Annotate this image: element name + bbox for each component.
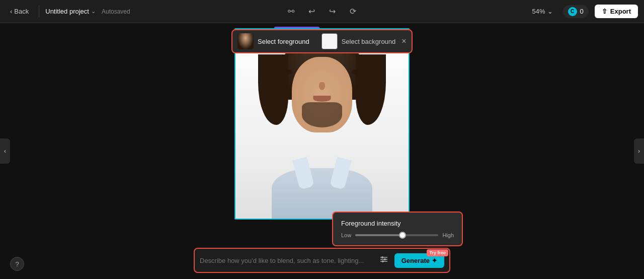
generate-label: Generate [401,257,430,264]
canvas-image[interactable] [234,28,410,220]
intensity-high-label: High [442,232,454,238]
generate-sparkle-icon: ✦ [432,257,437,264]
portrait-eye-left [283,69,292,75]
selection-bar-close-button[interactable]: × [399,36,408,47]
sliders-icon-button[interactable] [377,253,390,268]
svg-point-5 [382,260,384,262]
svg-point-3 [381,256,383,258]
left-arrow-icon: ‹ [4,148,6,155]
intensity-fill [355,234,401,236]
topbar-right: 54% ⌄ C 0 ⇧ Export [528,5,638,18]
right-arrow-icon: › [638,148,640,155]
project-name: Untitled project [45,8,89,15]
redo-button[interactable]: ↪ [326,5,339,18]
foreground-thumbnail[interactable] [237,33,254,49]
export-button[interactable]: ⇧ Export [595,5,638,18]
select-background-label[interactable]: Select background [342,38,396,45]
credits-icon: C [568,7,577,16]
portrait-beard [302,102,342,127]
zoom-chevron-icon: ⌄ [547,8,553,15]
selection-bar: Select foreground Select background × [231,29,413,53]
topbar-divider [39,6,39,18]
portrait-mouth [313,96,331,102]
autosaved-status: Autosaved [102,8,130,15]
help-icon: ? [15,260,19,268]
background-thumbnail[interactable] [321,33,338,49]
portrait-eye-right [352,69,361,75]
intensity-panel: Foreground intensity Low High [332,212,463,246]
select-foreground-label[interactable]: Select foreground [258,38,309,45]
help-button[interactable]: ? [10,257,24,271]
project-title-group: Untitled project ⌄ [45,8,96,15]
topbar: ‹ Back Untitled project ⌄ Autosaved ⚯ ↩ … [0,0,644,23]
zoom-level: 54% [532,8,545,15]
back-button[interactable]: ‹ Back [6,6,33,17]
pan-tool-button[interactable]: ⚯ [285,5,297,18]
intensity-slider[interactable] [355,234,438,236]
portrait-background [235,29,409,219]
zoom-control[interactable]: 54% ⌄ [528,6,557,17]
portrait-shirt [272,168,372,219]
foreground-thumb-image [237,33,254,49]
generate-button[interactable]: Try free Generate ✦ [394,253,444,268]
export-arrow-icon: ⇧ [602,8,607,15]
credits-badge: C 0 [563,5,589,18]
toolbar-center: ⚯ ↩ ↪ ⟳ [285,5,359,18]
intensity-row: Low High [341,232,454,238]
intensity-title: Foreground intensity [341,220,454,227]
intensity-thumb [399,232,406,239]
undo-button[interactable]: ↩ [305,5,318,18]
credits-count: 0 [580,8,584,15]
intensity-low-label: Low [341,232,351,238]
try-free-badge: Try free [427,249,448,256]
back-arrow-icon: ‹ [10,8,12,15]
portrait-hair-left [258,54,288,125]
svg-point-4 [384,258,386,260]
bottom-input-bar: Try free Generate ✦ [194,248,450,273]
project-chevron-icon[interactable]: ⌄ [91,8,96,15]
left-panel-arrow[interactable]: ‹ [0,138,10,164]
portrait-hair-right [356,54,386,125]
refresh-button[interactable]: ⟳ [347,5,359,18]
portrait-nose [319,82,325,90]
image-container [234,28,410,220]
sliders-icon [379,255,388,264]
right-panel-arrow[interactable]: › [634,138,644,164]
back-label: Back [14,8,29,15]
export-label: Export [610,8,631,15]
blend-description-input[interactable] [200,257,373,264]
canvas-area: ‹ › Select foreground Select background … [0,23,644,279]
